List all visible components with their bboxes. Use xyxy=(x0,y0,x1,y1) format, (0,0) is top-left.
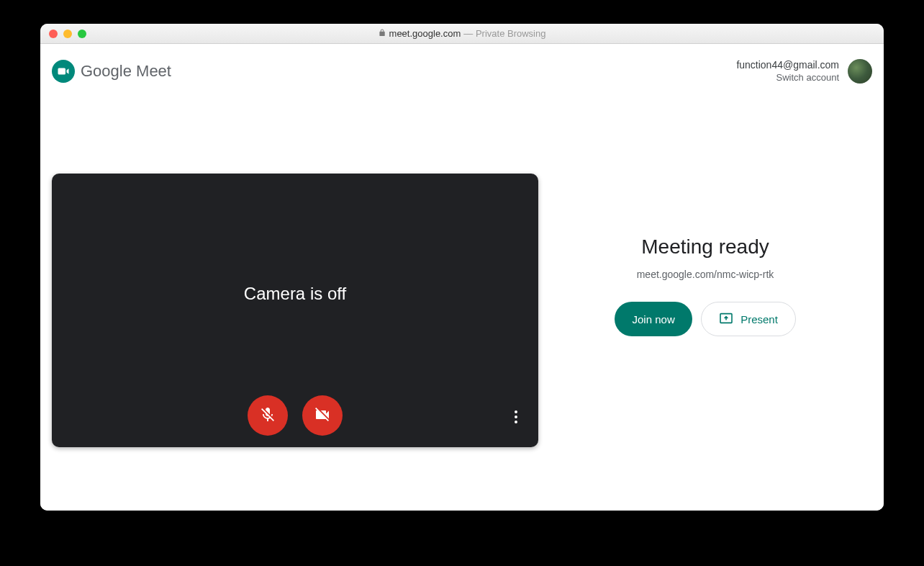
logo[interactable]: Google Meet xyxy=(52,60,171,83)
url-suffix: — Private Browsing xyxy=(463,28,545,39)
svg-point-1 xyxy=(515,410,517,413)
present-label: Present xyxy=(740,313,778,325)
account-text: function44@gmail.com Switch account xyxy=(736,58,839,84)
account-area: function44@gmail.com Switch account xyxy=(736,58,872,84)
meeting-url: meet.google.com/nmc-wicp-rtk xyxy=(637,269,774,280)
url-domain: meet.google.com xyxy=(389,28,461,39)
camera-off-icon xyxy=(314,406,331,426)
svg-point-2 xyxy=(515,415,517,418)
microphone-off-icon xyxy=(259,406,276,426)
camera-toggle-button[interactable] xyxy=(302,395,343,436)
app-header: Google Meet function44@gmail.com Switch … xyxy=(40,44,884,90)
svg-rect-0 xyxy=(58,68,66,75)
meet-logo-icon xyxy=(52,60,75,83)
action-buttons: Join now Present xyxy=(615,302,796,336)
main-content: Camera is off xyxy=(40,90,884,511)
window-controls xyxy=(40,30,86,38)
logo-text: Google Meet xyxy=(81,62,171,81)
maximize-window-button[interactable] xyxy=(78,30,86,38)
account-email: function44@gmail.com xyxy=(736,58,839,71)
page-content: Google Meet function44@gmail.com Switch … xyxy=(40,44,884,511)
svg-point-3 xyxy=(515,421,517,423)
titlebar: meet.google.com — Private Browsing xyxy=(40,24,884,44)
microphone-toggle-button[interactable] xyxy=(248,395,288,436)
address-bar[interactable]: meet.google.com — Private Browsing xyxy=(379,28,546,40)
more-vertical-icon xyxy=(515,410,517,426)
present-icon xyxy=(719,313,733,326)
camera-off-label: Camera is off xyxy=(244,284,346,304)
switch-account-link[interactable]: Switch account xyxy=(736,72,839,84)
lock-icon xyxy=(379,28,386,40)
more-options-button[interactable] xyxy=(505,407,527,428)
meeting-title: Meeting ready xyxy=(641,235,769,259)
close-window-button[interactable] xyxy=(49,30,58,38)
join-now-button[interactable]: Join now xyxy=(615,302,692,336)
preview-controls xyxy=(248,395,343,436)
present-button[interactable]: Present xyxy=(701,302,796,336)
logo-product: Meet xyxy=(136,62,171,80)
avatar[interactable] xyxy=(848,59,872,84)
browser-window: meet.google.com — Private Browsing Googl… xyxy=(40,24,884,511)
video-preview: Camera is off xyxy=(52,174,538,447)
join-panel: Meeting ready meet.google.com/nmc-wicp-r… xyxy=(538,90,872,511)
minimize-window-button[interactable] xyxy=(63,30,72,38)
logo-brand: Google xyxy=(81,62,136,80)
